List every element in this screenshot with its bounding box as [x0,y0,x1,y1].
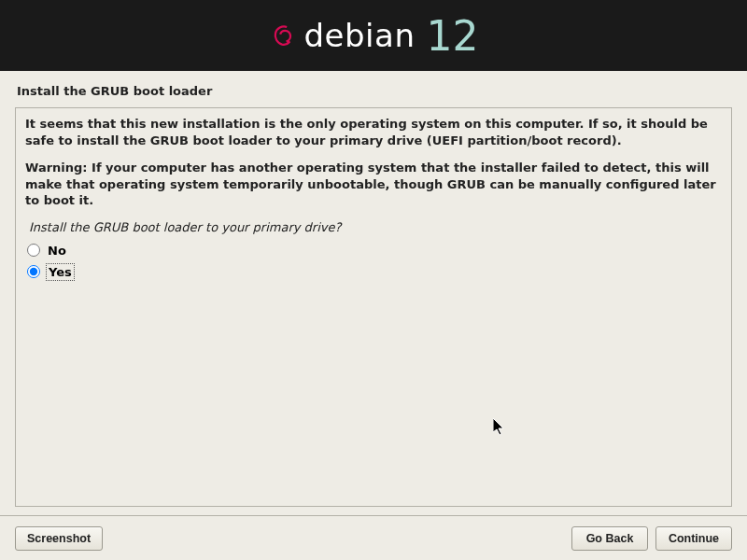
brand-name: debian [304,17,416,54]
info-para-1: It seems that this new installation is t… [25,116,722,148]
debian-swirl-icon [269,21,299,50]
page-title: Install the GRUB boot loader [0,71,747,107]
continue-button[interactable]: Continue [655,526,732,551]
radio-yes-label[interactable]: Yes [48,265,73,279]
footer-bar: Screenshot Go Back Continue [0,515,747,560]
screenshot-button[interactable]: Screenshot [15,526,103,551]
radio-option-yes[interactable]: Yes [27,265,722,279]
go-back-button[interactable]: Go Back [571,526,648,551]
radio-no-input[interactable] [27,244,40,257]
info-text: It seems that this new installation is t… [25,116,722,209]
question-text: Install the GRUB boot loader to your pri… [29,220,722,234]
header-banner: debian 12 [0,0,747,71]
radio-no-label[interactable]: No [48,244,66,258]
brand-version: 12 [426,12,478,60]
info-para-2: Warning: If your computer has another op… [25,160,722,209]
radio-option-no[interactable]: No [27,244,722,258]
main-panel: It seems that this new installation is t… [15,107,732,507]
radio-yes-input[interactable] [27,265,40,278]
